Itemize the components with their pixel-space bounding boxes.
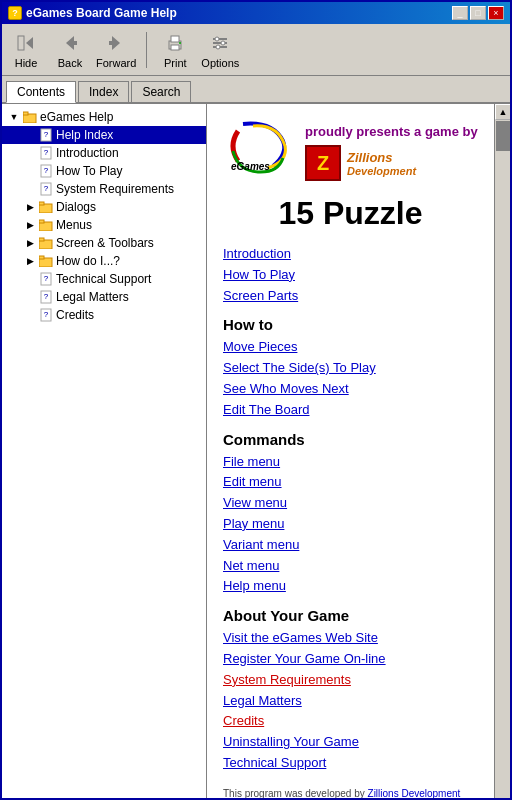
svg-rect-27 [39, 202, 44, 205]
how-to-links: Move Pieces Select The Side(s) To Play S… [223, 337, 478, 420]
sidebar-item-technical-support[interactable]: ? Technical Support [2, 270, 206, 288]
link-help-menu[interactable]: Help menu [223, 576, 478, 597]
svg-rect-17 [23, 112, 28, 115]
svg-text:?: ? [44, 130, 49, 139]
sidebar-label-egames-help: eGames Help [40, 110, 113, 124]
sidebar-item-dialogs[interactable]: ▶ Dialogs [2, 198, 206, 216]
titlebar: ? eGames Board Game Help _ □ × [2, 2, 510, 24]
sidebar-item-credits[interactable]: ? Credits [2, 306, 206, 324]
svg-rect-7 [171, 36, 179, 42]
scrollbar[interactable]: ▲ [494, 104, 510, 798]
sidebar-label-dialogs: Dialogs [56, 200, 96, 214]
heading-commands: Commands [223, 431, 478, 448]
sidebar-item-screen-toolbars[interactable]: ▶ Screen & Toolbars [2, 234, 206, 252]
link-view-menu[interactable]: View menu [223, 493, 478, 514]
sidebar-item-system-requirements[interactable]: ? System Requirements [2, 180, 206, 198]
svg-text:?: ? [44, 166, 49, 175]
link-how-to-play[interactable]: How To Play [223, 265, 478, 286]
print-icon [163, 31, 187, 55]
sidebar-item-how-do-i[interactable]: ▶ How do I...? [2, 252, 206, 270]
svg-point-15 [216, 45, 220, 49]
maximize-button[interactable]: □ [470, 6, 486, 20]
sidebar-label-menus: Menus [56, 218, 92, 232]
sidebar-label-system-requirements: System Requirements [56, 182, 174, 196]
svg-text:?: ? [44, 274, 49, 283]
svg-rect-29 [39, 220, 44, 223]
link-edit-menu[interactable]: Edit menu [223, 472, 478, 493]
sidebar-item-help-index[interactable]: ? Help Index [2, 126, 206, 144]
sidebar-label-technical-support: Technical Support [56, 272, 151, 286]
egames-logo: eGames [223, 116, 293, 176]
print-button[interactable]: Print [157, 31, 193, 69]
sidebar-item-egames-help[interactable]: ▼ eGames Help [2, 108, 206, 126]
link-credits[interactable]: Credits [223, 711, 478, 732]
forward-button[interactable]: Forward [96, 31, 136, 69]
link-see-moves-next[interactable]: See Who Moves Next [223, 379, 478, 400]
scroll-thumb[interactable] [496, 121, 510, 151]
sidebar-label-legal-matters: Legal Matters [56, 290, 129, 304]
tab-contents[interactable]: Contents [6, 81, 76, 103]
link-screen-parts[interactable]: Screen Parts [223, 286, 478, 307]
svg-text:eGames: eGames [231, 161, 270, 172]
toolbar: Hide Back Forward [2, 24, 510, 76]
tab-index[interactable]: Index [78, 81, 129, 102]
svg-rect-3 [73, 41, 77, 45]
link-file-menu[interactable]: File menu [223, 452, 478, 473]
presents-text: proudly presents a game by [305, 124, 478, 139]
main-window: ? eGames Board Game Help _ □ × Hide [0, 0, 512, 800]
toolbar-separator [146, 32, 147, 68]
commands-links: File menu Edit menu View menu Play menu … [223, 452, 478, 598]
svg-rect-0 [18, 36, 24, 50]
link-tech-support[interactable]: Technical Support [223, 753, 478, 774]
link-legal-matters[interactable]: Legal Matters [223, 691, 478, 712]
sidebar-label-introduction: Introduction [56, 146, 119, 160]
svg-text:?: ? [44, 310, 49, 319]
intro-links: Introduction How To Play Screen Parts [223, 244, 478, 306]
hide-button[interactable]: Hide [8, 31, 44, 69]
header-right: proudly presents a game by Z Zillions De… [305, 116, 478, 187]
link-net-menu[interactable]: Net menu [223, 556, 478, 577]
sidebar-item-menus[interactable]: ▶ Menus [2, 216, 206, 234]
svg-text:?: ? [44, 184, 49, 193]
svg-rect-5 [109, 41, 113, 45]
sidebar-label-how-do-i: How do I...? [56, 254, 120, 268]
footer: This program was developed by Zillions D… [223, 786, 478, 798]
svg-point-14 [221, 41, 225, 45]
link-move-pieces[interactable]: Move Pieces [223, 337, 478, 358]
close-button[interactable]: × [488, 6, 504, 20]
zillions-logo: Z Zillions Development [305, 145, 478, 181]
svg-text:?: ? [44, 292, 49, 301]
svg-marker-4 [112, 36, 120, 50]
sidebar: ▼ eGames Help ? Help In [2, 104, 207, 798]
link-visit-egames[interactable]: Visit the eGames Web Site [223, 628, 478, 649]
options-button[interactable]: Options [201, 31, 239, 69]
about-links: Visit the eGames Web Site Register Your … [223, 628, 478, 774]
sidebar-item-legal-matters[interactable]: ? Legal Matters [2, 288, 206, 306]
link-variant-menu[interactable]: Variant menu [223, 535, 478, 556]
sidebar-item-how-to-play[interactable]: ? How To Play [2, 162, 206, 180]
main-area: ▼ eGames Help ? Help In [2, 104, 510, 798]
sidebar-item-introduction[interactable]: ? Introduction [2, 144, 206, 162]
window-title: eGames Board Game Help [26, 6, 177, 20]
sidebar-label-screen-toolbars: Screen & Toolbars [56, 236, 154, 250]
scroll-up-button[interactable]: ▲ [495, 104, 510, 120]
back-button[interactable]: Back [52, 31, 88, 69]
window-icon: ? [8, 6, 22, 20]
link-select-side[interactable]: Select The Side(s) To Play [223, 358, 478, 379]
expand-icon: ▼ [6, 109, 22, 125]
minimize-button[interactable]: _ [452, 6, 468, 20]
svg-rect-31 [39, 238, 44, 241]
sidebar-label-how-to-play: How To Play [56, 164, 122, 178]
sidebar-label-help-index: Help Index [56, 128, 113, 142]
link-register[interactable]: Register Your Game On-line [223, 649, 478, 670]
zillions-text: Zillions Development [347, 150, 416, 177]
link-system-requirements[interactable]: System Requirements [223, 670, 478, 691]
heading-about: About Your Game [223, 607, 478, 624]
svg-point-9 [179, 42, 181, 44]
link-introduction[interactable]: Introduction [223, 244, 478, 265]
link-edit-board[interactable]: Edit The Board [223, 400, 478, 421]
link-uninstall[interactable]: Uninstalling Your Game [223, 732, 478, 753]
tab-search[interactable]: Search [131, 81, 191, 102]
link-play-menu[interactable]: Play menu [223, 514, 478, 535]
svg-marker-1 [26, 37, 33, 49]
